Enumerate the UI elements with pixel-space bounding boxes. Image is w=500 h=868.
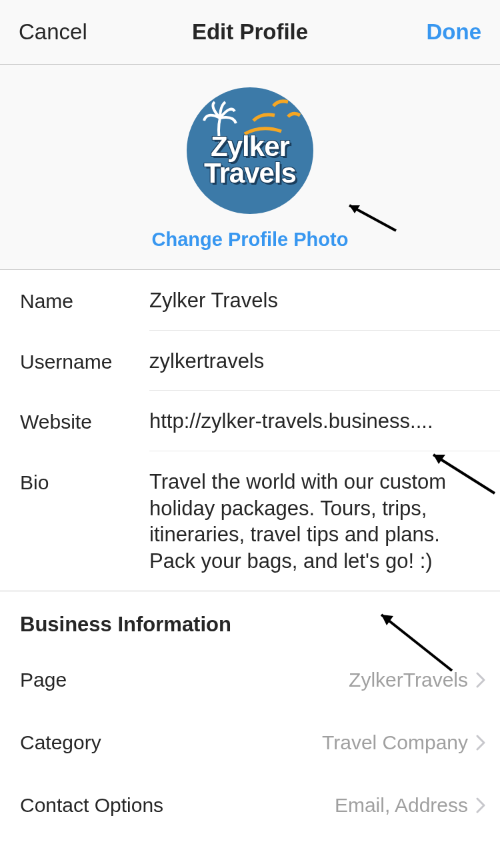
cancel-button[interactable]: Cancel [19,19,87,45]
page-link-row[interactable]: Page ZylkerTravels [0,649,500,711]
category-value: Travel Company [322,731,468,754]
business-section: Business Information Page ZylkerTravels … [0,591,500,837]
avatar-brand-text: Zylker Travels [204,133,296,187]
chevron-right-icon [476,797,485,813]
username-row: Username zylkertravels [0,331,500,391]
category-label: Category [20,731,101,754]
profile-form: Name Zylker Travels Username zylkertrave… [0,270,500,591]
contact-value: Email, Address [335,794,468,817]
website-row: Website http://zylker-travels.business..… [0,391,500,451]
bio-row: Bio Travel the world with our custom hol… [0,451,500,591]
chevron-right-icon [476,672,485,688]
contact-label: Contact Options [20,794,163,817]
username-label: Username [20,348,149,373]
done-button[interactable]: Done [427,19,482,45]
page-label: Page [20,669,67,691]
chevron-right-icon [476,735,485,751]
nav-header: Cancel Edit Profile Done [0,0,500,65]
name-label: Name [20,287,149,313]
website-field[interactable]: http://zylker-travels.business.... [149,408,487,435]
name-field[interactable]: Zylker Travels [149,287,487,314]
avatar[interactable]: Zylker Travels [187,87,313,214]
bio-field[interactable]: Travel the world with our custom holiday… [149,469,487,575]
contact-link-row[interactable]: Contact Options Email, Address [0,774,500,837]
change-photo-button[interactable]: Change Profile Photo [152,229,349,251]
category-link-row[interactable]: Category Travel Company [0,711,500,774]
username-field[interactable]: zylkertravels [149,348,487,375]
website-label: Website [20,408,149,433]
page-value: ZylkerTravels [349,669,468,691]
profile-photo-section: Zylker Travels Change Profile Photo [0,65,500,270]
bio-label: Bio [20,469,149,494]
name-row: Name Zylker Travels [0,270,500,331]
business-heading: Business Information [0,591,500,649]
page-title: Edit Profile [192,19,308,45]
